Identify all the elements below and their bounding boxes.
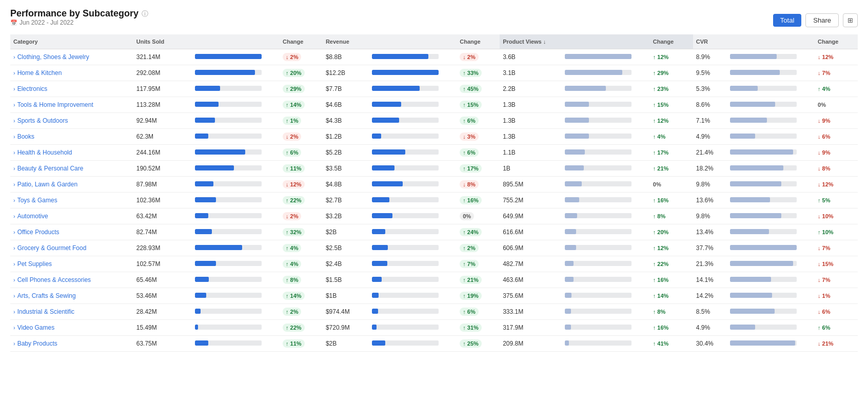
expand-row-button[interactable]: › (13, 340, 15, 347)
revenue-value: $1.2B (323, 129, 366, 145)
cvr-bar (724, 177, 815, 193)
cvr-bar (724, 145, 815, 161)
page-title: Performance by Subcategory (10, 8, 139, 19)
cvr-value: 14.2% (693, 288, 724, 304)
table-row: ›Sports & Outdoors92.94M↑ 1%$4.3B↑ 6%1.3… (10, 113, 858, 129)
expand-row-button[interactable]: › (13, 149, 15, 156)
expand-row-button[interactable]: › (13, 181, 15, 187)
cvr-change: ↓ 7% (815, 272, 858, 288)
cvr-change: ↓ 15% (815, 256, 858, 272)
revenue-change: ↑ 15% (457, 97, 500, 113)
cvr-bar (724, 336, 815, 352)
table-row: ›Electronics117.95M↑ 29%$7.7B↑ 45%2.2B↑ … (10, 81, 858, 97)
cvr-value: 4.9% (693, 320, 724, 336)
revenue-change: ↑ 6% (457, 304, 500, 320)
units-bar (189, 113, 280, 129)
cvr-bar (724, 288, 815, 304)
category-link[interactable]: Home & Kitchen (17, 69, 62, 77)
expand-row-button[interactable]: › (13, 261, 15, 267)
revenue-change: ↑ 2% (457, 240, 500, 256)
product-views-bar (559, 113, 649, 129)
table-row: ›Patio, Lawn & Garden87.98M↓ 12%$4.8B↓ 8… (10, 177, 858, 193)
table-row: ›Home & Kitchen292.08M↑ 20%$12.2B↑ 33%3.… (10, 65, 858, 81)
table-row: ›Industrial & Scientific28.42M↑ 2%$974.4… (10, 304, 858, 320)
cvr-change: ↓ 7% (815, 65, 858, 81)
expand-row-button[interactable]: › (13, 309, 15, 315)
units-sold-value: 190.52M (133, 161, 189, 177)
category-link[interactable]: Sports & Outdoors (17, 117, 68, 124)
category-link[interactable]: Video Games (17, 324, 55, 331)
product-views-value: 1B (500, 161, 559, 177)
cvr-value: 37.7% (693, 240, 724, 256)
units-sold-value: 63.42M (133, 208, 189, 224)
revenue-bar (366, 177, 457, 193)
product-views-change: ↑ 15% (650, 97, 693, 113)
revenue-bar (366, 224, 457, 240)
category-link[interactable]: Baby Products (17, 340, 57, 347)
table-row: ›Baby Products63.75M↑ 11%$2B↑ 25%209.8M↑… (10, 336, 858, 352)
revenue-change: ↑ 25% (457, 336, 500, 352)
category-link[interactable]: Automotive (17, 213, 48, 220)
table-row: ›Toys & Games102.36M↑ 22%$2.7B↑ 16%755.2… (10, 193, 858, 208)
revenue-value: $4.6B (323, 97, 366, 113)
col-header-units-bar (189, 34, 280, 49)
category-link[interactable]: Health & Household (17, 149, 72, 156)
product-views-bar (559, 161, 649, 177)
category-link[interactable]: Tools & Home Improvement (17, 101, 93, 108)
expand-row-button[interactable]: › (13, 213, 15, 219)
table-row: ›Books62.3M↓ 2%$1.2B↓ 3%1.3B↑ 4%4.9%↓ 6% (10, 129, 858, 145)
revenue-change: ↓ 2% (457, 49, 500, 65)
expand-row-button[interactable]: › (13, 118, 15, 124)
col-header-product-views[interactable]: Product Views ↓ (500, 34, 559, 49)
revenue-change: 0% (457, 208, 500, 224)
revenue-value: $7.7B (323, 81, 366, 97)
units-change: ↓ 12% (280, 177, 323, 193)
expand-row-button[interactable]: › (13, 86, 15, 92)
category-link[interactable]: Patio, Lawn & Garden (17, 181, 77, 188)
units-bar (189, 193, 280, 208)
category-link[interactable]: Grocery & Gourmet Food (17, 244, 87, 252)
expand-row-button[interactable]: › (13, 197, 15, 203)
category-link[interactable]: Arts, Crafts & Sewing (17, 292, 76, 299)
product-views-value: 1.1B (500, 145, 559, 161)
cvr-value: 21.3% (693, 256, 724, 272)
category-link[interactable]: Electronics (17, 85, 48, 92)
info-icon[interactable]: ⓘ (142, 9, 148, 18)
revenue-bar (366, 336, 457, 352)
expand-row-button[interactable]: › (13, 293, 15, 299)
expand-row-button[interactable]: › (13, 325, 15, 331)
category-link[interactable]: Office Products (17, 229, 60, 236)
category-link[interactable]: Beauty & Personal Care (17, 165, 84, 172)
units-sold-value: 244.16M (133, 145, 189, 161)
expand-row-button[interactable]: › (13, 54, 15, 60)
revenue-change: ↓ 3% (457, 129, 500, 145)
units-bar (189, 336, 280, 352)
table-row: ›Automotive63.42M↓ 2%$3.2B0%649.9M↑ 8%9.… (10, 208, 858, 224)
expand-row-button[interactable]: › (13, 277, 15, 283)
category-link[interactable]: Cell Phones & Accessories (17, 276, 91, 283)
expand-row-button[interactable]: › (13, 245, 15, 251)
table-row: ›Office Products82.74M↑ 32%$2B↑ 24%616.6… (10, 224, 858, 240)
expand-row-button[interactable]: › (13, 70, 15, 76)
cvr-change: ↓ 1% (815, 288, 858, 304)
cvr-value: 8.6% (693, 97, 724, 113)
revenue-value: $5.2B (323, 145, 366, 161)
cvr-value: 9.8% (693, 208, 724, 224)
category-link[interactable]: Toys & Games (17, 197, 57, 204)
revenue-value: $720.9M (323, 320, 366, 336)
share-button[interactable]: Share (805, 13, 839, 27)
category-link[interactable]: Clothing, Shoes & Jewelry (17, 53, 89, 61)
product-views-change: ↑ 4% (650, 129, 693, 145)
category-link[interactable]: Books (17, 133, 34, 140)
category-link[interactable]: Pet Supplies (17, 260, 52, 268)
total-button[interactable]: Total (773, 14, 801, 27)
expand-row-button[interactable]: › (13, 134, 15, 140)
category-link[interactable]: Industrial & Scientific (17, 308, 74, 315)
export-button[interactable]: ⊞ (843, 13, 858, 27)
product-views-value: 895.5M (500, 177, 559, 193)
expand-row-button[interactable]: › (13, 229, 15, 235)
expand-row-button[interactable]: › (13, 102, 15, 108)
revenue-change: ↑ 31% (457, 320, 500, 336)
expand-row-button[interactable]: › (13, 165, 15, 172)
product-views-bar (559, 224, 649, 240)
